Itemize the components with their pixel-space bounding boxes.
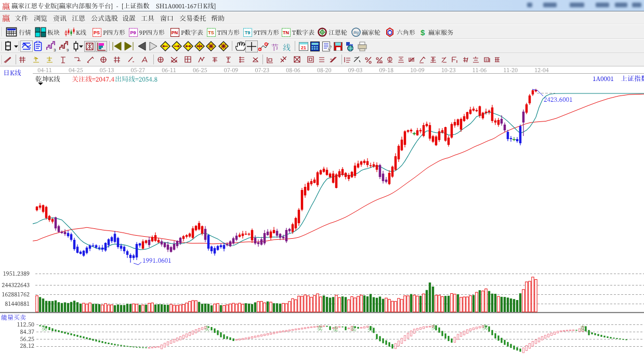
svg-text:PS: PS — [94, 30, 100, 35]
svg-text:P9: P9 — [130, 30, 136, 35]
svg-text:3: 3 — [54, 48, 56, 52]
svg-text:Big: Big — [353, 31, 359, 35]
svg-text:$: $ — [420, 28, 425, 37]
svg-text:PN: PN — [172, 30, 178, 35]
svg-text:TN: TN — [283, 30, 289, 35]
svg-text:21: 21 — [301, 45, 306, 50]
svg-text:T9: T9 — [245, 30, 251, 35]
svg-text:TS: TS — [208, 30, 214, 35]
svg-text:9: 9 — [67, 48, 69, 52]
